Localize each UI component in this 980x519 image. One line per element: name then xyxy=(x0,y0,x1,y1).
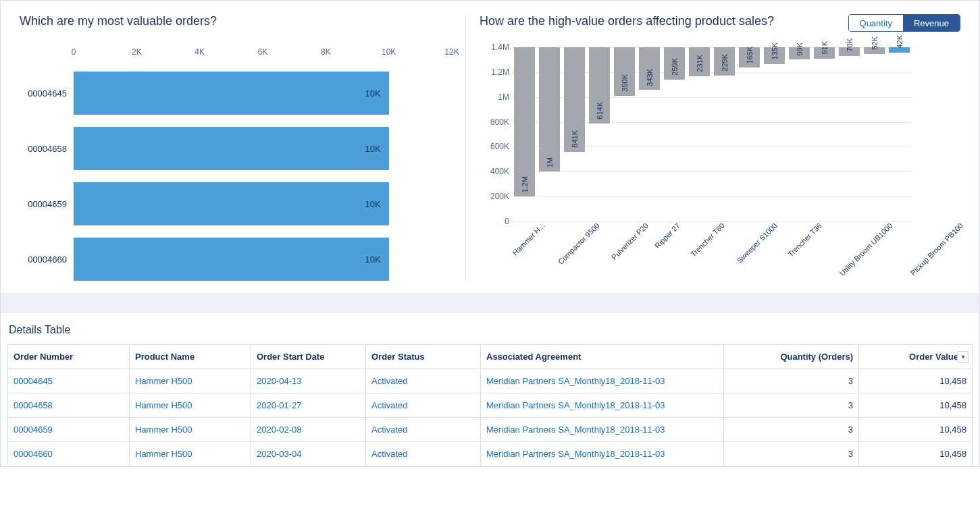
column-header-label: Associated Agreement xyxy=(486,352,581,362)
dashboard-page: Which are my most valuable orders? 02K4K… xyxy=(0,0,980,467)
table-column-header[interactable]: Associated Agreement xyxy=(481,345,724,369)
vbar-bar[interactable]: 42K xyxy=(889,47,910,53)
table-cell: 3 xyxy=(724,418,859,442)
vbar-value-label: 91K xyxy=(821,41,829,55)
table-cell[interactable]: Meridian Partners SA_Monthly18_2018-11-0… xyxy=(481,418,724,442)
vbar-x-label: Trencher T36 xyxy=(785,221,850,286)
hbar-bar[interactable]: 10K xyxy=(74,238,389,281)
table-cell[interactable]: Activated xyxy=(366,442,481,466)
table-header-row: Order NumberProduct NameOrder Start Date… xyxy=(8,345,973,369)
column-menu-button[interactable]: ▼ xyxy=(957,351,969,363)
table-cell[interactable]: 2020-04-13 xyxy=(251,369,366,393)
valuable-orders-chart: 02K4K6K8K10K12K 0000464510K0000465810K00… xyxy=(20,47,452,281)
hbar-tick: 0 xyxy=(72,47,76,57)
vbar-bar[interactable]: 52K xyxy=(864,47,885,54)
table-cell[interactable]: Activated xyxy=(366,393,481,418)
vbar-bar[interactable]: 390K xyxy=(614,47,635,96)
vbar-column: 1M xyxy=(537,47,562,221)
column-header-label: Order Start Date xyxy=(257,352,324,362)
hbar-tick: 2K xyxy=(132,47,142,57)
vbar-value-label: 231K xyxy=(696,55,704,72)
hbar-bar[interactable]: 10K xyxy=(74,127,389,170)
hbar-track: 10K xyxy=(74,127,452,170)
table-column-header[interactable]: Quantity (Orders) xyxy=(724,345,859,369)
hbar-bar[interactable]: 10K xyxy=(74,182,389,225)
vbar-bar[interactable]: 135K xyxy=(764,47,785,64)
vbar-bar[interactable]: 165K xyxy=(739,47,760,67)
vbar-bar[interactable]: 70K xyxy=(839,47,860,56)
table-cell[interactable]: 2020-03-04 xyxy=(251,442,366,466)
vbar-y-tick: 600K xyxy=(480,142,509,151)
table-cell[interactable]: 2020-02-08 xyxy=(251,418,366,442)
table-column-header[interactable]: Order Start Date xyxy=(251,345,366,369)
table-column-header[interactable]: Order Number xyxy=(8,345,130,369)
table-cell[interactable]: Meridian Partners SA_Monthly18_2018-11-0… xyxy=(481,369,724,393)
table-cell[interactable]: 00004658 xyxy=(8,393,130,418)
vbar-bar[interactable]: 99K xyxy=(789,47,810,59)
table-column-header[interactable]: Product Name xyxy=(130,345,251,369)
table-cell: 10,458 xyxy=(859,393,973,418)
table-cell[interactable]: Hammer H500 xyxy=(130,393,251,418)
vbar-value-label: 99K xyxy=(796,43,804,56)
vbar-column: 229K xyxy=(712,47,737,221)
table-cell[interactable]: 00004659 xyxy=(8,418,130,442)
hbar-row: 0000465910K xyxy=(20,182,452,225)
hbar-track: 10K xyxy=(74,182,452,225)
table-cell: 10,458 xyxy=(859,418,973,442)
vbar-bar[interactable]: 259K xyxy=(664,47,685,80)
vbar-value-label: 52K xyxy=(871,36,879,50)
column-header-label: Order Status xyxy=(371,352,425,362)
hbar-tick: 8K xyxy=(321,47,331,57)
table-row: 00004659Hammer H5002020-02-08ActivatedMe… xyxy=(8,418,973,442)
vbar-column: 841K xyxy=(562,47,587,221)
toggle-quantity[interactable]: Quantity xyxy=(849,15,903,31)
vbar-y-tick: 200K xyxy=(480,192,509,201)
vbar-bar[interactable]: 343K xyxy=(639,47,660,90)
table-cell[interactable]: 00004660 xyxy=(8,442,130,466)
valuable-orders-title: Which are my most valuable orders? xyxy=(20,14,452,28)
vbar-column: 231K xyxy=(687,47,712,221)
table-cell[interactable]: Hammer H500 xyxy=(130,418,251,442)
vbar-bar[interactable]: 1M xyxy=(539,47,560,171)
vbar-column: 135K xyxy=(762,47,787,221)
details-title: Details Table xyxy=(7,324,973,336)
vbar-bar[interactable]: 231K xyxy=(689,47,710,76)
vbar-x-label: Pickup Broom PB100 xyxy=(908,221,980,305)
vbar-value-label: 614K xyxy=(596,102,604,119)
table-cell[interactable]: 00004645 xyxy=(8,369,130,393)
product-sales-chart: 0200K400K600K800K1M1.2M1.4M 1.2M1M841K61… xyxy=(480,47,912,270)
table-cell[interactable]: Hammer H500 xyxy=(130,369,251,393)
vbar-bar[interactable]: 841K xyxy=(564,47,585,152)
table-cell[interactable]: Meridian Partners SA_Monthly18_2018-11-0… xyxy=(481,393,724,418)
hbar-bar[interactable]: 10K xyxy=(74,72,389,115)
hbar-tick: 4K xyxy=(195,47,205,57)
column-header-label: Product Name xyxy=(135,352,195,362)
vbar-bar[interactable]: 1.2M xyxy=(514,47,535,196)
table-cell: 10,458 xyxy=(859,369,973,393)
table-cell[interactable]: Hammer H500 xyxy=(130,442,251,466)
table-column-header[interactable]: Order Value↓▼ xyxy=(859,345,973,369)
vbar-value-label: 390K xyxy=(621,74,629,92)
vbar-bar[interactable]: 614K xyxy=(589,47,610,124)
hbar-row: 0000466010K xyxy=(20,238,452,281)
table-cell[interactable]: 2020-01-27 xyxy=(251,393,366,418)
vbar-column: 91K xyxy=(812,47,837,221)
vbar-bar[interactable]: 229K xyxy=(714,47,735,76)
table-row: 00004660Hammer H5002020-03-04ActivatedMe… xyxy=(8,442,973,466)
table-cell[interactable]: Activated xyxy=(366,418,481,442)
table-cell[interactable]: Meridian Partners SA_Monthly18_2018-11-0… xyxy=(481,442,724,466)
table-cell[interactable]: Activated xyxy=(366,369,481,393)
toggle-revenue[interactable]: Revenue xyxy=(903,15,960,31)
vbar-bar[interactable]: 91K xyxy=(814,47,835,59)
table-column-header[interactable]: Order Status xyxy=(366,345,481,369)
vbar-column: 99K xyxy=(787,47,812,221)
hbar-tick: 6K xyxy=(258,47,268,57)
vbar-value-label: 135K xyxy=(771,43,779,60)
hbar-value-label: 10K xyxy=(365,254,381,265)
metric-toggle: Quantity Revenue xyxy=(848,14,960,32)
vbar-column: 259K xyxy=(662,47,687,221)
vbar-value-label: 42K xyxy=(896,35,904,49)
vbar-value-label: 343K xyxy=(646,69,654,86)
valuable-orders-panel: Which are my most valuable orders? 02K4K… xyxy=(20,14,465,281)
table-row: 00004645Hammer H5002020-04-13ActivatedMe… xyxy=(8,369,973,393)
